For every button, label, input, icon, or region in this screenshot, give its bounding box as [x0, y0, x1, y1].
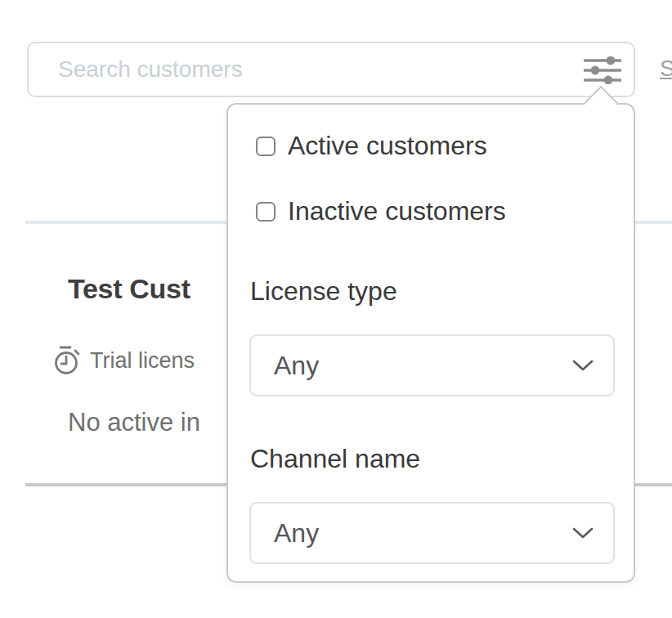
checkbox-row-inactive-customers[interactable]: Inactive customers	[256, 196, 506, 226]
checkbox-active-customers[interactable]	[256, 137, 276, 156]
partial-right-link[interactable]: S	[660, 56, 672, 82]
customer-status-text: No active in	[68, 408, 200, 437]
stopwatch-icon	[52, 345, 82, 376]
sliders-icon	[584, 56, 621, 84]
chevron-down-icon	[572, 359, 613, 372]
channel-name-select[interactable]: Any	[249, 502, 615, 564]
customer-title: Test Cust	[68, 273, 190, 305]
license-type-label: License type	[250, 276, 397, 307]
checkbox-row-active-customers[interactable]: Active customers	[256, 131, 487, 161]
license-row: Trial licens	[52, 345, 195, 376]
license-text: Trial licens	[90, 348, 195, 374]
channel-name-label: Channel name	[250, 444, 420, 474]
filter-popover: Active customers Inactive customers Lice…	[226, 103, 635, 583]
license-type-select[interactable]: Any	[249, 334, 615, 396]
checkbox-label: Active customers	[288, 131, 487, 161]
checkbox-inactive-customers[interactable]	[256, 202, 276, 222]
search-input[interactable]	[29, 43, 634, 96]
search-bar	[27, 42, 635, 97]
license-type-select-value: Any	[251, 351, 572, 381]
checkbox-label: Inactive customers	[288, 196, 506, 226]
channel-name-select-value: Any	[251, 518, 572, 549]
filter-button[interactable]	[582, 55, 623, 86]
chevron-down-icon	[572, 526, 613, 540]
